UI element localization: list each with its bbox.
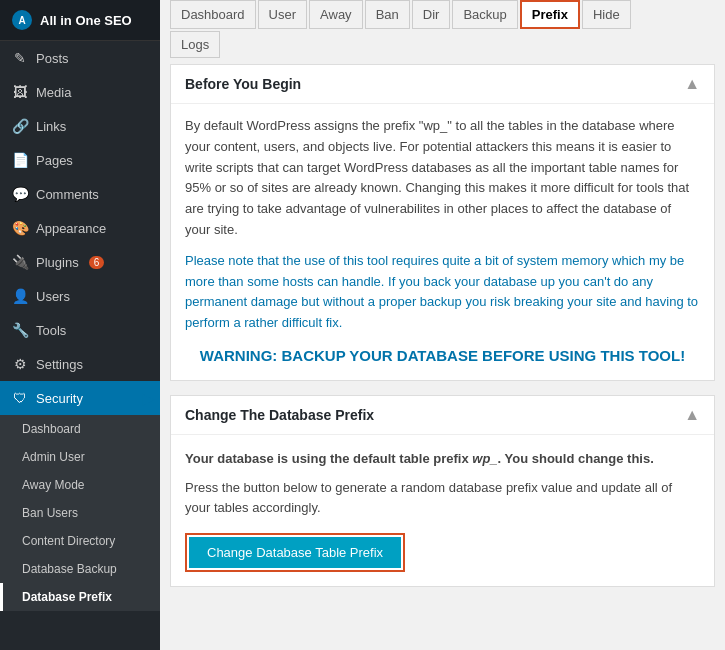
tabs-row1: Dashboard User Away Ban Dir Backup Prefi… (160, 0, 725, 29)
sidebar-item-label: Appearance (36, 221, 106, 236)
submenu-item-ban-users[interactable]: Ban Users (0, 499, 160, 527)
plugins-badge: 6 (89, 256, 105, 269)
posts-icon: ✎ (12, 50, 28, 66)
before-begin-para2: Please note that the use of this tool re… (185, 251, 700, 334)
sidebar-item-settings[interactable]: ⚙ Settings (0, 347, 160, 381)
before-begin-header: Before You Begin ▲ (171, 65, 714, 104)
change-prefix-title: Change The Database Prefix (185, 407, 374, 423)
change-prefix-body: Your database is using the default table… (171, 435, 714, 587)
sidebar-item-label: Settings (36, 357, 83, 372)
security-icon: 🛡 (12, 390, 28, 406)
change-database-table-prefix-button[interactable]: Change Database Table Prefix (189, 537, 401, 568)
collapse-change-prefix-icon[interactable]: ▲ (684, 406, 700, 424)
sidebar-item-label: Media (36, 85, 71, 100)
change-prefix-italic: wp_ (472, 451, 497, 466)
before-begin-title: Before You Begin (185, 76, 301, 92)
links-icon: 🔗 (12, 118, 28, 134)
before-begin-para1: By default WordPress assigns the prefix … (185, 116, 700, 241)
submenu-item-content-directory[interactable]: Content Directory (0, 527, 160, 555)
sidebar-item-pages[interactable]: 📄 Pages (0, 143, 160, 177)
tabs-row2: Logs (160, 29, 725, 64)
before-begin-warning: WARNING: BACKUP YOUR DATABASE BEFORE USI… (185, 344, 700, 368)
users-icon: 👤 (12, 288, 28, 304)
tab-backup[interactable]: Backup (452, 0, 517, 29)
pages-icon: 📄 (12, 152, 28, 168)
submenu-item-dashboard[interactable]: Dashboard (0, 415, 160, 443)
sidebar-item-posts[interactable]: ✎ Posts (0, 41, 160, 75)
tab-ban[interactable]: Ban (365, 0, 410, 29)
tab-prefix[interactable]: Prefix (520, 0, 580, 29)
sidebar-item-label: Links (36, 119, 66, 134)
tab-dir[interactable]: Dir (412, 0, 451, 29)
submenu-item-away-mode[interactable]: Away Mode (0, 471, 160, 499)
tab-hide[interactable]: Hide (582, 0, 631, 29)
change-prefix-desc1: Your database is using the default table… (185, 449, 700, 469)
security-submenu: Dashboard Admin User Away Mode Ban Users… (0, 415, 160, 611)
change-btn-wrapper: Change Database Table Prefix (185, 533, 405, 572)
content-area: Before You Begin ▲ By default WordPress … (160, 64, 725, 611)
change-prefix-desc1-suffix: . You should change this. (498, 451, 654, 466)
logo-icon: A (12, 10, 32, 30)
sidebar-item-label: Pages (36, 153, 73, 168)
tools-icon: 🔧 (12, 322, 28, 338)
sidebar-item-security[interactable]: 🛡 Security ▶ (0, 381, 160, 415)
appearance-icon: 🎨 (12, 220, 28, 236)
sidebar-item-users[interactable]: 👤 Users (0, 279, 160, 313)
main-content: Dashboard User Away Ban Dir Backup Prefi… (160, 0, 725, 650)
sidebar-logo-label: All in One SEO (40, 13, 132, 28)
sidebar-item-appearance[interactable]: 🎨 Appearance (0, 211, 160, 245)
tab-away[interactable]: Away (309, 0, 363, 29)
settings-icon: ⚙ (12, 356, 28, 372)
sidebar-item-links[interactable]: 🔗 Links (0, 109, 160, 143)
sidebar-item-label: Plugins (36, 255, 79, 270)
before-begin-section: Before You Begin ▲ By default WordPress … (170, 64, 715, 381)
media-icon: 🖼 (12, 84, 28, 100)
sidebar-item-label: Security (36, 391, 83, 406)
sidebar-item-tools[interactable]: 🔧 Tools (0, 313, 160, 347)
comments-icon: 💬 (12, 186, 28, 202)
tab-dashboard[interactable]: Dashboard (170, 0, 256, 29)
submenu-item-database-backup[interactable]: Database Backup (0, 555, 160, 583)
before-begin-body: By default WordPress assigns the prefix … (171, 104, 714, 380)
sidebar-arrow-icon: ▶ (142, 389, 154, 408)
sidebar-item-label: Comments (36, 187, 99, 202)
sidebar: A All in One SEO ✎ Posts 🖼 Media 🔗 Links… (0, 0, 160, 650)
change-prefix-desc1-prefix: Your database is using the default table… (185, 451, 472, 466)
sidebar-item-media[interactable]: 🖼 Media (0, 75, 160, 109)
sidebar-item-label: Users (36, 289, 70, 304)
tab-user[interactable]: User (258, 0, 307, 29)
submenu-item-database-prefix[interactable]: Database Prefix (0, 583, 160, 611)
sidebar-logo[interactable]: A All in One SEO (0, 0, 160, 41)
sidebar-item-comments[interactable]: 💬 Comments (0, 177, 160, 211)
change-prefix-header: Change The Database Prefix ▲ (171, 396, 714, 435)
plugins-icon: 🔌 (12, 254, 28, 270)
collapse-before-begin-icon[interactable]: ▲ (684, 75, 700, 93)
submenu-item-admin-user[interactable]: Admin User (0, 443, 160, 471)
change-prefix-section: Change The Database Prefix ▲ Your databa… (170, 395, 715, 588)
sidebar-item-label: Tools (36, 323, 66, 338)
sidebar-item-plugins[interactable]: 🔌 Plugins 6 (0, 245, 160, 279)
tab-logs[interactable]: Logs (170, 31, 220, 58)
sidebar-item-label: Posts (36, 51, 69, 66)
change-prefix-desc2: Press the button below to generate a ran… (185, 478, 700, 517)
